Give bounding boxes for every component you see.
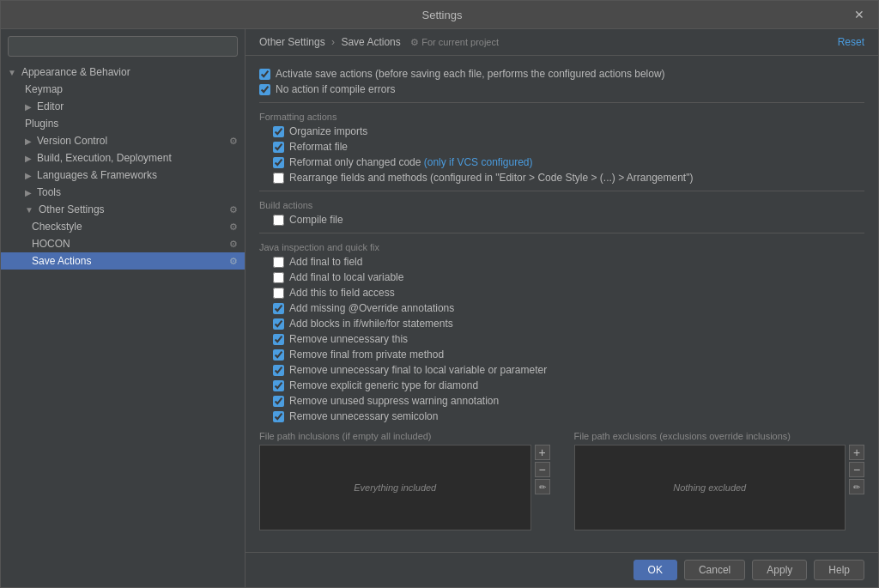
remove-generic-label: Remove explicit generic type for diamond bbox=[289, 379, 478, 391]
no-action-compile-checkbox[interactable] bbox=[259, 84, 270, 95]
chevron-right-icon: ▶ bbox=[25, 136, 32, 146]
sidebar-item-checkstyle[interactable]: Checkstyle ⚙ bbox=[1, 218, 245, 235]
compile-file-checkbox[interactable] bbox=[273, 215, 284, 226]
remove-this-checkbox[interactable] bbox=[273, 334, 284, 345]
add-final-local-checkbox[interactable] bbox=[273, 272, 284, 283]
file-exclusions-col: File path exclusions (exclusions overrid… bbox=[574, 431, 865, 530]
add-final-field-row: Add final to field bbox=[259, 256, 864, 268]
organize-imports-checkbox[interactable] bbox=[273, 126, 284, 137]
remove-suppress-checkbox[interactable] bbox=[273, 396, 284, 407]
add-this-label: Add this to field access bbox=[289, 287, 395, 299]
main-body: Activate save actions (before saving eac… bbox=[246, 56, 878, 552]
remove-suppress-label: Remove unused suppress warning annotatio… bbox=[289, 395, 499, 407]
remove-unnecessary-final-checkbox[interactable] bbox=[273, 365, 284, 376]
breadcrumb-parent: Other Settings bbox=[259, 36, 325, 48]
activate-save-label: Activate save actions (before saving eac… bbox=[276, 68, 665, 80]
remove-semicolon-label: Remove unnecessary semicolon bbox=[289, 410, 438, 422]
add-inclusion-button[interactable]: + bbox=[535, 445, 550, 460]
remove-semicolon-row: Remove unnecessary semicolon bbox=[259, 410, 864, 422]
rearrange-fields-checkbox[interactable] bbox=[273, 173, 284, 184]
file-exclusions-wrapper: Nothing excluded + − ✏ bbox=[574, 445, 865, 530]
sidebar-item-version-control[interactable]: ▶ Version Control ⚙ bbox=[1, 132, 245, 149]
sidebar-item-label: HOCON bbox=[32, 238, 70, 250]
ok-button[interactable]: OK bbox=[633, 560, 677, 580]
organize-imports-row: Organize imports bbox=[259, 125, 864, 137]
add-final-field-checkbox[interactable] bbox=[273, 257, 284, 268]
dialog-title: Settings bbox=[35, 9, 849, 21]
file-inclusions-col: File path inclusions (if empty all inclu… bbox=[259, 431, 550, 530]
activate-save-checkbox[interactable] bbox=[259, 69, 270, 80]
sidebar-item-label: Languages & Frameworks bbox=[37, 169, 157, 181]
organize-imports-label: Organize imports bbox=[289, 125, 367, 137]
add-override-checkbox[interactable] bbox=[273, 303, 284, 314]
reformat-file-checkbox[interactable] bbox=[273, 142, 284, 153]
file-exclusions-box: Nothing excluded bbox=[574, 445, 846, 530]
breadcrumb-sub: ⚙ For current project bbox=[410, 37, 499, 47]
sidebar-item-label: Other Settings bbox=[39, 203, 105, 215]
breadcrumb-separator: › bbox=[331, 36, 335, 48]
add-override-row: Add missing @Override annotations bbox=[259, 302, 864, 314]
chevron-right-icon: ▶ bbox=[25, 154, 32, 163]
add-exclusion-button[interactable]: + bbox=[849, 445, 864, 460]
reset-button[interactable]: Reset bbox=[838, 36, 864, 48]
no-action-compile-row: No action if compile errors bbox=[259, 83, 864, 95]
edit-inclusion-button[interactable]: ✏ bbox=[535, 479, 550, 494]
sidebar-item-save-actions[interactable]: Save Actions ⚙ bbox=[1, 252, 245, 270]
sidebar-item-editor[interactable]: ▶ Editor bbox=[1, 98, 245, 115]
content-area: ▼ Appearance & Behavior Keymap ▶ Editor … bbox=[1, 29, 878, 587]
apply-button[interactable]: Apply bbox=[752, 560, 807, 580]
file-inclusions-box: Everything included bbox=[259, 445, 531, 530]
gear-icon: ⚙ bbox=[229, 221, 238, 233]
file-inclusions-placeholder: Everything included bbox=[354, 482, 436, 493]
gear-icon: ⚙ bbox=[229, 204, 238, 215]
bottom-bar: OK Cancel Apply Help bbox=[246, 552, 878, 587]
sidebar-item-plugins[interactable]: Plugins bbox=[1, 115, 245, 132]
remove-unnecessary-final-label: Remove unnecessary final to local variab… bbox=[289, 364, 547, 376]
sidebar-item-label: Save Actions bbox=[32, 255, 91, 267]
reformat-changed-label: Reformat only changed code (only if VCS … bbox=[289, 156, 533, 168]
chevron-right-icon: ▶ bbox=[25, 188, 32, 197]
help-button[interactable]: Help bbox=[814, 560, 864, 580]
formatting-section-label: Formatting actions bbox=[259, 112, 864, 122]
chevron-right-icon: ▶ bbox=[25, 102, 32, 112]
add-this-checkbox[interactable] bbox=[273, 288, 284, 299]
sidebar: ▼ Appearance & Behavior Keymap ▶ Editor … bbox=[1, 29, 246, 587]
add-final-local-label: Add final to local variable bbox=[289, 271, 403, 283]
remove-exclusion-button[interactable]: − bbox=[849, 462, 864, 477]
file-paths-section: File path inclusions (if empty all inclu… bbox=[259, 431, 864, 530]
build-section-label: Build actions bbox=[259, 200, 864, 210]
sidebar-item-languages-frameworks[interactable]: ▶ Languages & Frameworks bbox=[1, 167, 245, 184]
search-input[interactable] bbox=[8, 36, 238, 57]
file-exclusions-label: File path exclusions (exclusions overrid… bbox=[574, 431, 865, 441]
sidebar-item-tools[interactable]: ▶ Tools bbox=[1, 184, 245, 201]
no-action-compile-label: No action if compile errors bbox=[276, 83, 395, 95]
reformat-file-label: Reformat file bbox=[289, 141, 348, 153]
sidebar-item-other-settings[interactable]: ▼ Other Settings ⚙ bbox=[1, 201, 245, 218]
sidebar-item-label: Build, Execution, Deployment bbox=[37, 152, 172, 164]
gear-icon: ⚙ bbox=[229, 136, 238, 147]
sidebar-item-hocon[interactable]: HOCON ⚙ bbox=[1, 235, 245, 252]
chevron-down-icon: ▼ bbox=[25, 205, 33, 215]
remove-inclusion-button[interactable]: − bbox=[535, 462, 550, 477]
cancel-button[interactable]: Cancel bbox=[684, 560, 745, 580]
remove-final-private-checkbox[interactable] bbox=[273, 349, 284, 361]
chevron-down-icon: ▼ bbox=[8, 68, 16, 77]
edit-exclusion-button[interactable]: ✏ bbox=[849, 479, 864, 494]
add-blocks-checkbox[interactable] bbox=[273, 318, 284, 330]
add-blocks-label: Add blocks in if/while/for statements bbox=[289, 318, 453, 330]
add-final-local-row: Add final to local variable bbox=[259, 271, 864, 283]
breadcrumb: Other Settings › Save Actions ⚙ For curr… bbox=[259, 36, 499, 48]
reformat-changed-checkbox[interactable] bbox=[273, 157, 284, 168]
sidebar-item-build-execution[interactable]: ▶ Build, Execution, Deployment bbox=[1, 149, 245, 167]
remove-generic-checkbox[interactable] bbox=[273, 380, 284, 391]
sidebar-item-appearance-behavior[interactable]: ▼ Appearance & Behavior bbox=[1, 64, 245, 81]
add-blocks-row: Add blocks in if/while/for statements bbox=[259, 318, 864, 330]
file-exclusions-buttons: + − ✏ bbox=[849, 445, 864, 530]
close-button[interactable]: ✕ bbox=[849, 6, 870, 23]
activate-save-row: Activate save actions (before saving eac… bbox=[259, 68, 864, 80]
file-inclusions-buttons: + − ✏ bbox=[535, 445, 550, 530]
remove-semicolon-checkbox[interactable] bbox=[273, 411, 284, 422]
sidebar-item-keymap[interactable]: Keymap bbox=[1, 81, 245, 98]
remove-suppress-row: Remove unused suppress warning annotatio… bbox=[259, 395, 864, 407]
gear-icon: ⚙ bbox=[229, 256, 238, 267]
